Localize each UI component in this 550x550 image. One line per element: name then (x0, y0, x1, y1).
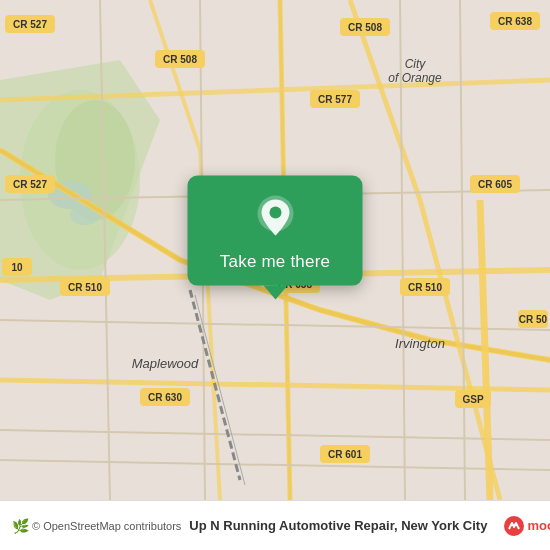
svg-text:CR 508: CR 508 (348, 22, 382, 33)
svg-text:CR 508: CR 508 (163, 54, 197, 65)
svg-text:City: City (405, 57, 427, 71)
moovit-icon (503, 515, 525, 537)
svg-text:CR 510: CR 510 (408, 282, 442, 293)
svg-text:CR 605: CR 605 (478, 179, 512, 190)
svg-text:CR 638: CR 638 (498, 16, 532, 27)
location-pin-icon (251, 194, 299, 242)
svg-text:GSP: GSP (462, 394, 483, 405)
moovit-logo: moovit (503, 515, 550, 537)
svg-text:10: 10 (11, 262, 23, 273)
svg-text:CR 630: CR 630 (148, 392, 182, 403)
osm-text: © OpenStreetMap contributors (32, 520, 181, 532)
svg-point-40 (269, 207, 281, 219)
popup-overlay[interactable]: Take me there (188, 176, 363, 300)
osm-leaf-icon: 🌿 (12, 518, 29, 534)
svg-text:CR 577: CR 577 (318, 94, 352, 105)
svg-text:Maplewood: Maplewood (132, 356, 199, 371)
popup-arrow (263, 286, 287, 300)
moovit-text: moovit (527, 518, 550, 533)
svg-text:CR 527: CR 527 (13, 179, 47, 190)
svg-text:Irvington: Irvington (395, 336, 445, 351)
popup-box[interactable]: Take me there (188, 176, 363, 286)
svg-text:CR 601: CR 601 (328, 449, 362, 460)
svg-text:CR 527: CR 527 (13, 19, 47, 30)
svg-text:CR 50: CR 50 (519, 314, 548, 325)
osm-logo: 🌿 © OpenStreetMap contributors (12, 518, 181, 534)
map-container: CR 638 CR 527 CR 508 CR 508 CR 577 CR 52… (0, 0, 550, 500)
place-name: Up N Running Automotive Repair, New York… (189, 518, 487, 533)
svg-text:CR 510: CR 510 (68, 282, 102, 293)
popup-label: Take me there (220, 252, 330, 272)
svg-text:of Orange: of Orange (388, 71, 442, 85)
bottom-bar: 🌿 © OpenStreetMap contributors Up N Runn… (0, 500, 550, 550)
